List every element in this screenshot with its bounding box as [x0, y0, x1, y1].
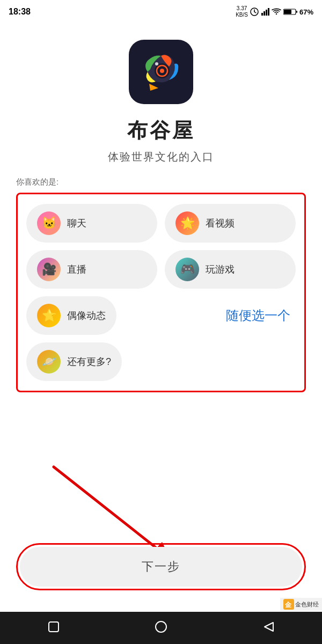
- more-row: 🪐 还有更多?: [26, 342, 296, 381]
- watermark-text: 金色财经: [295, 601, 319, 609]
- game-icon: 🎮: [175, 258, 199, 281]
- bottom-row: ⭐ 偶像动态 随便选一个: [26, 296, 296, 335]
- live-label: 直播: [67, 263, 86, 276]
- option-video[interactable]: 🌟 看视频: [165, 204, 296, 243]
- chat-label: 聊天: [67, 217, 86, 230]
- svg-point-13: [155, 62, 158, 65]
- game-label: 玩游戏: [206, 263, 235, 276]
- next-button-wrapper: 下一步: [0, 543, 322, 590]
- nav-square-btn[interactable]: [47, 620, 61, 636]
- nav-square-icon: [47, 620, 61, 634]
- svg-rect-3: [261, 13, 263, 16]
- live-icon: 🎥: [37, 258, 61, 281]
- nav-bar: [0, 612, 322, 644]
- main-content: 布谷屋 体验世界文化的入口 你喜欢的是: 🐱 聊天 🌟 看视频: [0, 24, 322, 392]
- svg-rect-8: [284, 10, 291, 14]
- question-label: 你喜欢的是:: [16, 177, 58, 187]
- svg-rect-6: [268, 8, 269, 16]
- video-label: 看视频: [206, 217, 235, 230]
- signal-icon: [261, 8, 269, 16]
- svg-point-19: [156, 621, 166, 632]
- random-text: 随便选一个: [124, 307, 296, 324]
- nav-circle-icon: [154, 620, 168, 634]
- svg-rect-4: [264, 11, 265, 16]
- svg-line-2: [254, 12, 256, 13]
- nav-back-btn[interactable]: [261, 620, 275, 636]
- battery-percent: 67%: [299, 8, 313, 16]
- status-bar: 18:38 3.37KB/S: [0, 0, 322, 24]
- chat-icon: 🐱: [37, 211, 61, 235]
- app-title: 布谷屋: [127, 117, 195, 144]
- app-icon: [129, 40, 193, 104]
- more-label: 还有更多?: [67, 355, 111, 368]
- nav-home-btn[interactable]: [154, 620, 168, 636]
- idol-label: 偶像动态: [67, 309, 106, 322]
- options-grid: 🐱 聊天 🌟 看视频 🎥 直播: [26, 204, 296, 289]
- option-live[interactable]: 🎥 直播: [26, 250, 157, 289]
- network-speed: 3.37KB/S: [236, 5, 248, 18]
- option-more[interactable]: 🪐 还有更多?: [26, 342, 122, 381]
- svg-line-14: [54, 467, 156, 547]
- app-icon-svg: [134, 45, 188, 99]
- option-game[interactable]: 🎮 玩游戏: [165, 250, 296, 289]
- option-idol[interactable]: ⭐ 偶像动态: [26, 296, 116, 335]
- idol-icon: ⭐: [37, 304, 61, 327]
- status-time: 18:38: [9, 7, 31, 17]
- option-chat[interactable]: 🐱 聊天: [26, 204, 157, 243]
- next-button[interactable]: 下一步: [20, 547, 302, 587]
- video-icon: 🌟: [175, 211, 199, 235]
- svg-point-12: [160, 69, 164, 73]
- more-icon: 🪐: [37, 350, 61, 374]
- svg-marker-20: [265, 623, 273, 631]
- watermark-icon: 金: [283, 599, 294, 610]
- battery-icon: [283, 8, 297, 16]
- app-subtitle: 体验世界文化的入口: [108, 150, 214, 164]
- wifi-icon: [272, 8, 281, 16]
- svg-rect-5: [266, 10, 267, 16]
- svg-text:金: 金: [284, 601, 292, 609]
- options-container: 🐱 聊天 🌟 看视频 🎥 直播: [16, 193, 306, 392]
- svg-rect-18: [49, 622, 58, 632]
- nav-triangle-icon: [261, 620, 275, 634]
- clock-icon: [250, 8, 259, 16]
- next-btn-border: 下一步: [16, 543, 306, 590]
- status-icons: 3.37KB/S: [236, 5, 313, 18]
- watermark: 金 金色财经: [280, 598, 322, 611]
- svg-rect-9: [296, 11, 297, 13]
